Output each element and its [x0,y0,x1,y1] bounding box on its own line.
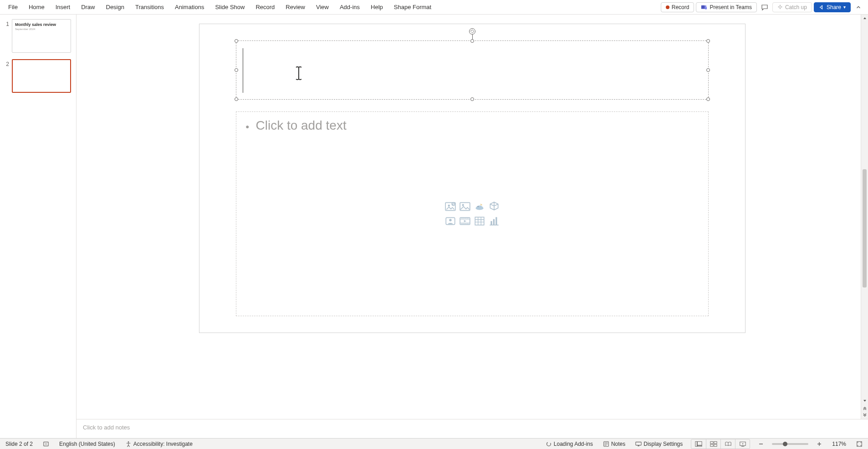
share-icon [819,5,824,10]
text-caret [243,48,243,93]
record-dot-icon [666,5,669,9]
thumbnail-slide-1[interactable]: Monthly sales review September 2024 [12,19,71,53]
tab-shape-format[interactable]: Shape Format [389,2,436,12]
slide-sorter-view-button[interactable] [706,439,720,449]
text-cursor-icon [295,66,303,80]
bullet-icon: ● [245,123,249,130]
rotate-icon [470,29,475,34]
share-label: Share [827,4,841,10]
tab-home[interactable]: Home [24,2,49,12]
canvas-scroll[interactable]: ● Click to add text [77,15,868,419]
rotate-handle[interactable] [469,28,475,35]
scroll-up-arrow-icon[interactable] [861,15,868,22]
zoom-in-button[interactable] [815,440,824,448]
collapse-ribbon-button[interactable] [853,1,864,13]
tab-draw[interactable]: Draw [77,2,99,12]
record-label: Record [672,4,689,10]
reading-view-icon [725,441,732,447]
notes-toggle-button[interactable]: Notes [601,440,627,448]
scrollbar-thumb[interactable] [863,169,867,288]
accessibility-status[interactable]: Accessibility: Investigate [123,440,194,448]
chevron-up-icon [855,4,862,10]
view-buttons-group [691,439,750,449]
loading-addins-status[interactable]: Loading Add-ins [544,440,595,448]
svg-rect-22 [698,441,702,445]
chart-icon[interactable] [487,214,501,228]
content-placeholder-text-row: ● Click to add text [245,118,699,133]
notes-placeholder-text: Click to add notes [83,424,130,431]
tab-help[interactable]: Help [366,2,388,12]
fit-to-window-button[interactable] [854,440,864,448]
spinner-icon [546,441,552,447]
tab-insert[interactable]: Insert [51,2,75,12]
content-placeholder[interactable]: ● Click to add text [236,111,709,316]
resize-handle-w[interactable] [235,68,238,72]
content-placeholder-text: Click to add text [255,118,346,133]
ribbon-actions: Record Present in Teams Catch up Share ▾ [661,1,864,13]
svg-rect-15 [495,217,497,225]
resize-handle-s[interactable] [470,97,474,101]
thumbnail-number: 2 [4,59,9,93]
display-settings-button[interactable]: Display Settings [633,440,684,448]
catch-up-button[interactable]: Catch up [772,2,812,12]
reading-view-button[interactable] [720,439,735,449]
resize-handle-ne[interactable] [706,39,710,43]
resize-handle-n[interactable] [470,39,474,43]
prev-slide-icon[interactable] [861,404,868,412]
normal-view-button[interactable] [691,439,706,449]
cameo-icon[interactable] [444,214,457,228]
slide-show-view-button[interactable] [735,439,750,449]
table-icon[interactable] [473,214,486,228]
spelling-status-icon[interactable] [41,440,51,448]
stock-images-icon[interactable] [444,200,457,213]
thumbnail-slide-2[interactable] [12,59,71,93]
svg-rect-0 [701,5,705,9]
video-icon[interactable] [458,214,472,228]
svg-point-18 [546,442,551,446]
zoom-percent[interactable]: 117% [830,440,848,448]
language-status[interactable]: English (United States) [57,440,117,448]
3d-models-icon[interactable] [487,200,501,213]
icons-icon[interactable] [473,200,486,213]
next-slide-icon[interactable] [861,412,868,419]
svg-rect-25 [714,441,717,443]
zoom-slider-thumb[interactable] [783,442,787,446]
resize-handle-nw[interactable] [235,39,238,43]
title-placeholder[interactable] [236,40,709,100]
present-in-teams-button[interactable]: Present in Teams [696,2,757,12]
resize-handle-se[interactable] [706,97,710,101]
svg-rect-26 [710,444,713,446]
zoom-out-button[interactable] [756,440,766,448]
scroll-down-arrow-icon[interactable] [861,397,868,404]
share-button[interactable]: Share ▾ [814,2,851,12]
notes-icon [603,441,609,447]
comments-button[interactable] [759,1,771,13]
slide-thumbnails-panel[interactable]: 1 Monthly sales review September 2024 2 [0,15,77,438]
catch-up-label: Catch up [785,4,807,10]
record-button[interactable]: Record [661,2,694,12]
display-icon [635,441,642,447]
svg-rect-23 [698,445,702,446]
tab-review[interactable]: Review [281,2,310,12]
tab-animations[interactable]: Animations [170,2,209,12]
tab-add-ins[interactable]: Add-ins [335,2,364,12]
pictures-icon[interactable] [458,200,472,213]
thumb-title: Monthly sales review [15,22,68,27]
tab-record[interactable]: Record [251,2,279,12]
teams-icon [701,4,707,10]
tab-transitions[interactable]: Transitions [131,2,168,12]
tab-design[interactable]: Design [102,2,129,12]
status-bar: Slide 2 of 2 English (United States) Acc… [0,438,868,449]
slide[interactable]: ● Click to add text [199,24,745,333]
notes-pane[interactable]: Click to add notes [77,419,868,438]
tab-view[interactable]: View [311,2,333,12]
tab-slide-show[interactable]: Slide Show [210,2,249,12]
sorter-view-icon [710,441,717,447]
resize-handle-e[interactable] [706,68,710,72]
fit-window-icon [856,441,863,447]
zoom-slider[interactable] [772,443,808,445]
resize-handle-sw[interactable] [235,97,238,101]
vertical-scrollbar[interactable] [861,15,868,419]
tab-file[interactable]: File [4,2,22,12]
slide-counter[interactable]: Slide 2 of 2 [4,440,35,448]
